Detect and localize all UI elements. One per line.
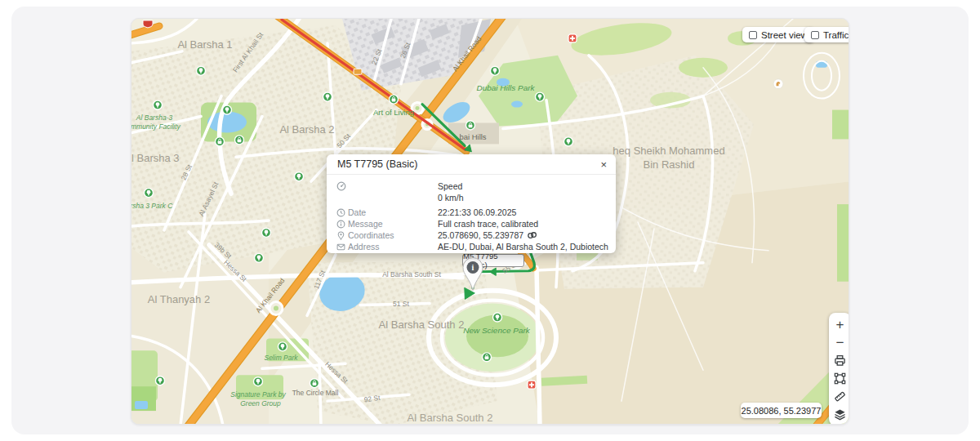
link-icon[interactable] <box>527 231 537 240</box>
measure-button[interactable] <box>832 388 849 404</box>
traffic-toggle[interactable]: Traffic <box>804 27 849 42</box>
district-label: Al Thanyah 2 <box>148 293 210 305</box>
traffic-label: Traffic <box>823 30 849 40</box>
message-value: Full crash trace, calibrated <box>438 219 538 229</box>
printer-icon <box>834 354 846 367</box>
zoom-out-button[interactable]: − <box>832 334 849 350</box>
park-label: Barsha 3 Park C <box>131 202 173 210</box>
street-label: Al Barsha South St <box>382 270 441 278</box>
district-label: Al Barsha South 2 <box>379 319 465 332</box>
park-label: Green Group <box>240 399 281 408</box>
map-container: Al Barsha 1 Al Barsha 2 Al Barsha 3 Al T… <box>131 18 849 425</box>
popup-title: M5 T7795 (Basic) <box>337 158 417 170</box>
stables-icon <box>773 79 783 89</box>
district-label: Al Barsha 2 <box>279 123 334 136</box>
district-label: Al Barsha 1 <box>177 38 232 51</box>
layers-icon <box>834 408 846 421</box>
park-label: Signature Park by <box>230 390 286 399</box>
street-view-toggle[interactable]: Street view <box>742 27 814 42</box>
layers-button[interactable] <box>832 406 849 422</box>
date-label: Date <box>348 207 438 217</box>
address-label: Address <box>348 242 438 252</box>
park-label: Community Facility <box>131 122 181 131</box>
ruler-icon <box>834 390 846 403</box>
selection-frame-icon <box>834 372 846 385</box>
area-select-button[interactable] <box>832 370 849 386</box>
route-shield-icon <box>143 20 153 28</box>
popup-body: Speed 0 km/h Date 22:21:33 06.09.2025 Me… <box>327 175 616 252</box>
address-value: AE-DU, Dubai, Al Barsha South 2, Dubiote… <box>438 242 608 252</box>
poi-label: The Circle Mall <box>292 389 339 397</box>
street-view-label: Street view <box>761 30 808 40</box>
park-label: Al Barsha-3 <box>136 114 173 122</box>
poi-label: bai Hills <box>459 132 486 141</box>
plus-icon: + <box>836 318 844 332</box>
route-shield-icon <box>354 69 362 74</box>
vehicle-popup: M5 T7795 (Basic) × Speed 0 km/h Date 22:… <box>327 154 616 253</box>
print-button[interactable] <box>832 352 849 368</box>
cursor-coordinates: 25.08086, 55.23977 <box>741 403 822 418</box>
zoom-in-button[interactable]: + <box>832 316 849 332</box>
coordinates-value: 25.078690, 55.239787 <box>438 230 523 240</box>
coordinates-label: Coordinates <box>348 230 438 240</box>
park-label: New Science Park <box>463 326 531 335</box>
district-label: Al Barsha South 2 <box>408 412 493 424</box>
poi-label: Art of Living <box>373 108 414 117</box>
speedometer-icon <box>336 181 348 191</box>
close-icon[interactable]: × <box>600 159 607 170</box>
minus-icon: − <box>836 336 844 350</box>
hospital-icon <box>568 34 577 42</box>
date-value: 22:21:33 06.09.2025 <box>438 207 516 217</box>
info-icon <box>336 220 348 229</box>
marker-info-glyph: i <box>472 263 474 272</box>
district-label: Al Barsha 3 <box>131 152 180 164</box>
speed-header: Speed <box>438 181 462 191</box>
street-label: 51 St <box>393 300 409 308</box>
traffic-checkbox[interactable] <box>811 31 819 39</box>
street-view-checkbox[interactable] <box>749 31 757 39</box>
hospital-icon <box>528 381 536 389</box>
envelope-icon <box>336 243 348 252</box>
location-pin-icon <box>336 231 348 240</box>
park-label: Selim Park <box>264 354 298 362</box>
park-label: Dubai Hills Park <box>476 83 535 92</box>
map-control-panel: + − <box>829 313 849 425</box>
vehicle-marker[interactable]: i <box>461 256 484 292</box>
district-label: heq Sheikh Mohammed <box>612 145 724 157</box>
cursor-coordinates-value: 25.08086, 55.23977 <box>742 406 822 416</box>
message-label: Message <box>348 219 438 229</box>
district-label: Bin Rashid <box>644 158 695 171</box>
speed-value: 0 km/h <box>438 193 464 203</box>
popup-header: M5 T7795 (Basic) × <box>327 154 616 175</box>
clock-icon <box>336 208 348 217</box>
